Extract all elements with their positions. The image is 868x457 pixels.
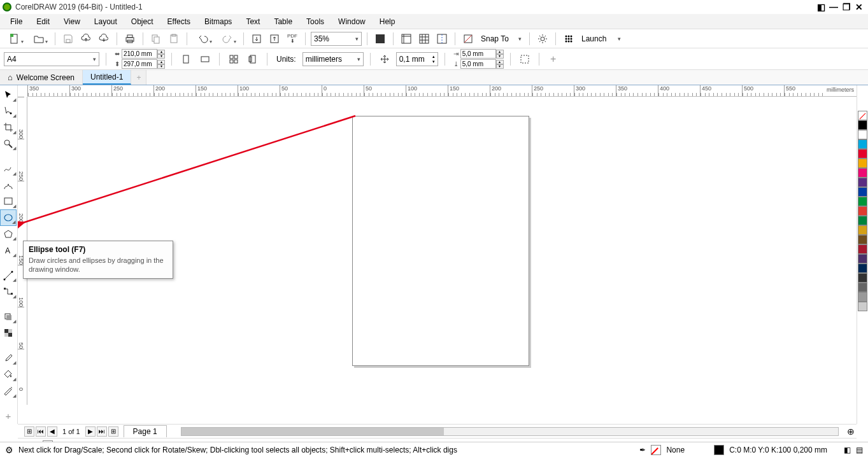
swatch[interactable] bbox=[858, 216, 867, 225]
status-menu-icon[interactable]: ▤ bbox=[856, 446, 863, 454]
dup-x-input[interactable] bbox=[460, 49, 496, 59]
swatch[interactable] bbox=[858, 283, 867, 292]
color-proof-icon[interactable]: ◧ bbox=[844, 446, 851, 454]
swatch[interactable] bbox=[858, 254, 867, 264]
page-height-input[interactable] bbox=[122, 59, 157, 69]
drawing-page[interactable] bbox=[352, 116, 529, 366]
page-next[interactable]: ▶ bbox=[85, 426, 96, 437]
swatch[interactable] bbox=[858, 158, 867, 168]
add-preset-button[interactable]: + bbox=[546, 52, 561, 67]
page-prev[interactable]: ◀ bbox=[47, 426, 57, 437]
menu-help[interactable]: Help bbox=[373, 15, 402, 28]
menu-effects[interactable]: Effects bbox=[161, 15, 197, 28]
save-button[interactable] bbox=[60, 31, 76, 46]
fullscreen-preview-button[interactable] bbox=[373, 31, 388, 46]
nudge-input[interactable]: 0,1 mm▴▾ bbox=[396, 52, 438, 66]
tab-add[interactable]: + bbox=[131, 70, 146, 85]
rectangle-tool[interactable]: ◢ bbox=[0, 193, 17, 209]
outline-swatch[interactable] bbox=[714, 445, 724, 455]
publish-pdf-button[interactable]: PDF⬇ bbox=[285, 31, 300, 46]
dup-y-input[interactable] bbox=[460, 59, 496, 69]
swatch[interactable] bbox=[858, 120, 867, 130]
swatch[interactable] bbox=[858, 178, 867, 187]
menu-bitmaps[interactable]: Bitmaps bbox=[198, 15, 238, 28]
swatch[interactable] bbox=[858, 264, 867, 273]
fill-swatch[interactable] bbox=[651, 445, 661, 455]
swatch[interactable] bbox=[858, 292, 867, 302]
units-combo[interactable]: millimeters▾ bbox=[302, 52, 364, 66]
eyedropper-tool[interactable]: ◢ bbox=[0, 350, 17, 367]
tab-welcome[interactable]: ⌂Welcome Screen bbox=[0, 70, 83, 85]
horizontal-ruler[interactable]: 3503002502001501005005010015020025030035… bbox=[27, 85, 857, 97]
page-last[interactable]: ⏭ bbox=[97, 426, 107, 437]
print-button[interactable] bbox=[122, 31, 138, 46]
polygon-tool[interactable]: ◢ bbox=[0, 226, 17, 243]
maximize-button[interactable]: ❐ bbox=[840, 2, 853, 12]
menu-file[interactable]: File bbox=[4, 15, 29, 28]
options-button[interactable] bbox=[535, 31, 550, 46]
menu-layout[interactable]: Layout bbox=[88, 15, 124, 28]
copy-button[interactable] bbox=[148, 31, 164, 46]
crop-tool[interactable]: ◢ bbox=[0, 119, 17, 136]
artistic-media-tool[interactable] bbox=[0, 177, 17, 193]
snap-off-button[interactable] bbox=[460, 31, 476, 46]
portrait-button[interactable] bbox=[178, 52, 194, 67]
cloud-up-button[interactable] bbox=[78, 31, 94, 46]
cloud-down-button[interactable] bbox=[96, 31, 111, 46]
drop-shadow-tool[interactable]: ◢ bbox=[0, 309, 17, 325]
menu-view[interactable]: View bbox=[57, 15, 87, 28]
parallel-dimension-tool[interactable]: ◢ bbox=[0, 267, 17, 284]
swatch[interactable] bbox=[858, 244, 867, 254]
page-first[interactable]: ⏮ bbox=[36, 426, 46, 437]
zoom-combo[interactable]: 35%▾ bbox=[311, 32, 362, 46]
swatch[interactable] bbox=[858, 225, 867, 235]
show-rulers-button[interactable] bbox=[399, 31, 414, 46]
menu-table[interactable]: Table bbox=[267, 15, 299, 28]
swatch[interactable] bbox=[858, 206, 867, 216]
menu-window[interactable]: Window bbox=[332, 15, 372, 28]
transparency-tool[interactable] bbox=[0, 325, 17, 341]
menu-object[interactable]: Object bbox=[125, 15, 160, 28]
options-icon[interactable]: ⚙ bbox=[5, 445, 13, 455]
paste-button[interactable] bbox=[166, 31, 181, 46]
tab-document[interactable]: Untitled-1 bbox=[83, 70, 131, 85]
page-size-combo[interactable]: A4▾ bbox=[4, 52, 99, 66]
freehand-tool[interactable]: ◢ bbox=[0, 160, 17, 177]
navigator-button[interactable]: ⊕ bbox=[845, 426, 857, 437]
close-button[interactable]: ✕ bbox=[853, 2, 865, 12]
current-page-button[interactable] bbox=[245, 52, 260, 67]
all-pages-button[interactable] bbox=[226, 52, 241, 67]
snap-to-dropdown[interactable]: Snap To▾ bbox=[478, 32, 524, 46]
page-add[interactable]: ⊞ bbox=[24, 426, 34, 437]
launch-dropdown[interactable]: Launch▾ bbox=[579, 32, 623, 46]
swatch[interactable] bbox=[858, 130, 867, 139]
treat-as-filled-button[interactable] bbox=[517, 52, 532, 67]
swatch[interactable] bbox=[858, 187, 867, 197]
open-button[interactable]: ▾ bbox=[28, 31, 50, 46]
quick-customize-button[interactable]: + bbox=[0, 407, 17, 424]
swatch[interactable] bbox=[858, 302, 867, 311]
swatch[interactable] bbox=[858, 168, 867, 178]
page-tab[interactable]: Page 1 bbox=[124, 425, 167, 437]
swatch[interactable] bbox=[858, 139, 867, 149]
menu-text[interactable]: Text bbox=[239, 15, 266, 28]
new-button[interactable]: ▾ bbox=[4, 31, 25, 46]
menu-edit[interactable]: Edit bbox=[30, 15, 56, 28]
pick-tool[interactable]: ◢ bbox=[0, 87, 17, 103]
minimize-button[interactable]: — bbox=[827, 2, 840, 12]
page-width-input[interactable] bbox=[122, 49, 157, 59]
connector-tool[interactable]: ◢ bbox=[0, 283, 17, 300]
account-icon[interactable]: ◧ bbox=[815, 2, 827, 12]
app-launcher-icon[interactable] bbox=[561, 31, 576, 46]
text-tool[interactable]: A◢ bbox=[0, 242, 17, 258]
zoom-tool[interactable]: ◢ bbox=[0, 136, 17, 152]
import-button[interactable] bbox=[249, 31, 264, 46]
ellipse-tool[interactable]: ◢ bbox=[0, 209, 17, 226]
swatch[interactable] bbox=[858, 235, 867, 244]
swatch-none[interactable] bbox=[858, 111, 867, 120]
swatch[interactable] bbox=[858, 197, 867, 206]
page-add-after[interactable]: ⊞ bbox=[108, 426, 118, 437]
undo-button[interactable]: ▾ bbox=[192, 31, 214, 46]
interactive-fill-tool[interactable]: ◢ bbox=[0, 366, 17, 383]
swatch[interactable] bbox=[858, 273, 867, 283]
